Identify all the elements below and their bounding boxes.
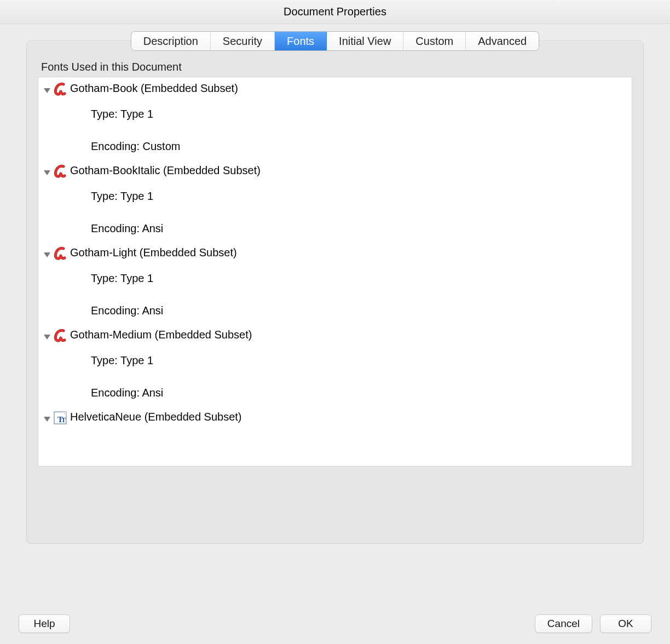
type1-font-icon [53, 82, 68, 97]
font-entry: Gotham-Medium (Embedded Subset)Type: Typ… [38, 327, 632, 409]
font-entry: TTHelveticaNeue (Embedded Subset) [38, 409, 632, 427]
ok-button[interactable]: OK [600, 614, 651, 633]
disclosure-triangle-icon[interactable] [43, 415, 51, 423]
disclosure-triangle-icon[interactable] [43, 250, 51, 259]
font-name-label: Gotham-Book (Embedded Subset) [69, 81, 238, 95]
font-detail: Encoding: Ansi [38, 295, 632, 327]
titlebar: Document Properties [0, 0, 670, 24]
tab-security[interactable]: Security [211, 32, 275, 50]
font-detail: Encoding: Custom [38, 130, 632, 163]
font-list[interactable]: Gotham-Book (Embedded Subset)Type: Type … [38, 77, 632, 467]
svg-marker-0 [44, 88, 50, 93]
font-entry: Gotham-Book (Embedded Subset)Type: Type … [38, 81, 632, 163]
font-row[interactable]: Gotham-Light (Embedded Subset) [38, 245, 632, 262]
help-button[interactable]: Help [19, 614, 70, 633]
font-name-label: Gotham-Light (Embedded Subset) [69, 245, 237, 259]
svg-marker-2 [44, 252, 50, 257]
font-row[interactable]: Gotham-Book (Embedded Subset) [38, 81, 632, 98]
spacer [0, 544, 670, 604]
font-detail: Type: Type 1 [38, 344, 632, 377]
tab-initial-view[interactable]: Initial View [327, 32, 403, 50]
font-entry: Gotham-Light (Embedded Subset)Type: Type… [38, 245, 632, 327]
font-detail: Encoding: Ansi [38, 212, 632, 245]
tabbar-wrap: DescriptionSecurityFontsInitial ViewCust… [0, 24, 670, 50]
tab-fonts[interactable]: Fonts [275, 32, 327, 50]
disclosure-triangle-icon[interactable] [43, 168, 51, 177]
disclosure-triangle-icon[interactable] [43, 86, 51, 95]
cancel-button[interactable]: Cancel [535, 614, 592, 633]
type1-font-icon [53, 328, 68, 343]
font-name-label: Gotham-Medium (Embedded Subset) [69, 327, 252, 341]
font-row[interactable]: TTHelveticaNeue (Embedded Subset) [38, 409, 632, 427]
font-name-label: Gotham-BookItalic (Embedded Subset) [69, 163, 261, 177]
tabbar: DescriptionSecurityFontsInitial ViewCust… [131, 32, 539, 50]
font-detail: Type: Type 1 [38, 262, 632, 295]
font-detail: Type: Type 1 [38, 180, 632, 212]
panel-label: Fonts Used in this Document [41, 61, 632, 73]
font-entry: Gotham-BookItalic (Embedded Subset)Type:… [38, 163, 632, 245]
svg-marker-1 [44, 170, 50, 175]
tab-custom[interactable]: Custom [403, 32, 466, 50]
svg-marker-4 [44, 417, 50, 422]
font-row[interactable]: Gotham-BookItalic (Embedded Subset) [38, 163, 632, 180]
window: Document Properties DescriptionSecurityF… [0, 0, 670, 644]
footer: Help Cancel OK [0, 603, 670, 644]
font-detail: Type: Type 1 [38, 98, 632, 130]
tab-description[interactable]: Description [131, 32, 211, 50]
disclosure-triangle-icon[interactable] [43, 332, 51, 341]
type1-font-icon [53, 246, 68, 261]
type1-font-icon [53, 164, 68, 179]
font-name-label: HelveticaNeue (Embedded Subset) [69, 409, 242, 423]
window-title: Document Properties [284, 5, 386, 18]
truetype-font-icon: TT [53, 410, 68, 426]
font-row[interactable]: Gotham-Medium (Embedded Subset) [38, 327, 632, 344]
svg-text:T: T [61, 416, 66, 424]
font-detail: Encoding: Ansi [38, 377, 632, 409]
svg-marker-3 [44, 335, 50, 340]
content-panel: Fonts Used in this Document Gotham-Book … [26, 41, 644, 544]
tab-advanced[interactable]: Advanced [466, 32, 539, 50]
